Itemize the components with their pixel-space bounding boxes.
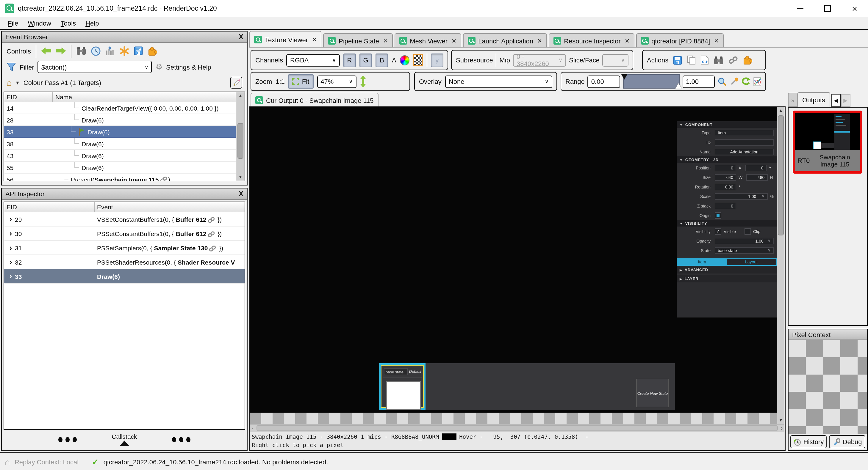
api-row[interactable]: ›29 VSSetConstantBuffers1(0, { Buffer 61…	[4, 212, 245, 227]
gamma-button[interactable]: γ	[431, 53, 443, 67]
link-chain-icon[interactable]	[728, 56, 738, 64]
api-row[interactable]: ›32 PSSetShaderResources(0, { Shader Res…	[4, 255, 245, 269]
zoom-combobox[interactable]: 47%∨	[317, 75, 356, 88]
red-channel-button[interactable]: R	[343, 53, 356, 67]
overlay-combobox[interactable]: None∨	[445, 75, 552, 88]
range-black-point-marker[interactable]	[621, 74, 627, 80]
collapsed-inputs-tab[interactable]: »	[788, 93, 798, 107]
green-channel-button[interactable]: G	[360, 53, 372, 67]
menu-tools[interactable]: Tools	[57, 18, 80, 28]
outputs-prev-button[interactable]: ◀	[831, 94, 841, 107]
tab-cur-output[interactable]: Cur Output 0 - Swapchain Image 115	[251, 93, 378, 107]
export-save-icon[interactable]	[134, 46, 143, 55]
range-min-input[interactable]: 0.00	[588, 75, 620, 88]
api-row[interactable]: ›31 PSSetSamplers(0, { Sampler State 130…	[4, 241, 245, 255]
viewport-vscrollbar[interactable]: ▲ ▼	[777, 107, 784, 424]
histogram-icon[interactable]	[753, 77, 761, 86]
slice-face-combobox[interactable]: ∨	[602, 54, 628, 66]
save-texture-icon[interactable]	[673, 56, 682, 65]
find-event-icon[interactable]	[76, 46, 86, 55]
filter-combobox[interactable]: $action() ∨	[38, 61, 152, 73]
drag-handle-dots[interactable]	[172, 437, 190, 442]
flip-vertical-icon[interactable]	[360, 75, 366, 88]
tab-close-icon[interactable]: ×	[714, 36, 719, 45]
zoom-range-magnifier-icon[interactable]	[718, 77, 726, 86]
breadcrumb-dropdown-icon[interactable]: ▼	[15, 80, 20, 85]
tab-close-icon[interactable]: ×	[537, 36, 542, 45]
reset-range-icon[interactable]	[741, 77, 750, 86]
debug-button[interactable]: Debug	[829, 435, 865, 448]
tab-close-icon[interactable]: ×	[625, 36, 629, 45]
bookmark-icon[interactable]	[120, 46, 129, 56]
custom-shader-puzzle-icon[interactable]	[743, 55, 752, 65]
scroll-right-icon[interactable]: ›	[779, 425, 784, 431]
fit-button[interactable]: Fit	[288, 74, 313, 89]
timing-icon[interactable]	[91, 46, 100, 56]
callstack-toggle[interactable]: Callstack	[112, 433, 137, 446]
scroll-down-icon[interactable]: ▼	[238, 174, 243, 181]
zoom-one-to-one-button[interactable]: 1:1	[276, 78, 285, 85]
home-icon[interactable]: ⌂	[6, 78, 11, 88]
replay-context-label[interactable]: Replay Context: Local	[14, 458, 79, 465]
event-table-scrollbar[interactable]: ▲ ▼	[236, 92, 245, 181]
checkerboard-background-button[interactable]	[413, 54, 423, 66]
breadcrumb[interactable]: Colour Pass #1 (1 Targets)	[24, 79, 101, 86]
alpha-channel-button[interactable]: A	[392, 57, 396, 64]
event-row[interactable]: 56 Present( Swapchain Image 115 )	[4, 174, 245, 181]
range-max-input[interactable]: 1.00	[682, 75, 715, 88]
tab-close-icon[interactable]: ×	[383, 36, 388, 45]
channels-combobox[interactable]: RGBA∨	[286, 54, 340, 66]
tab-qtcreator-pid[interactable]: qtcreator [PID 8884]×	[636, 33, 723, 47]
tab-texture-viewer[interactable]: Texture Viewer×	[249, 31, 321, 47]
tab-pipeline-state[interactable]: Pipeline State×	[323, 33, 393, 47]
column-event[interactable]: Event	[95, 202, 245, 212]
step-back-icon[interactable]	[41, 47, 51, 55]
blue-channel-button[interactable]: B	[375, 53, 388, 67]
edit-marker-button[interactable]	[230, 77, 242, 89]
texture-viewport[interactable]: ▼COMPONENT TypeItem ID NameAdd Annotatio…	[250, 107, 777, 413]
expand-chevron-icon[interactable]: ›	[6, 215, 15, 223]
expand-chevron-icon[interactable]: ›	[6, 230, 15, 237]
outputs-tab[interactable]: Outputs	[798, 92, 830, 107]
event-row[interactable]: 38 Draw(6)	[4, 138, 245, 150]
event-row-selected[interactable]: 33 Draw(6)	[4, 126, 245, 138]
mip-combobox[interactable]: 0 - 3840x2260∨	[513, 54, 566, 66]
menu-file[interactable]: File	[4, 18, 23, 28]
history-button[interactable]: History	[790, 435, 827, 448]
tab-launch-application[interactable]: Launch Application×	[463, 33, 547, 47]
gear-icon[interactable]: ⚙	[156, 62, 162, 71]
menu-help[interactable]: Help	[81, 18, 103, 28]
tab-close-icon[interactable]: ×	[312, 35, 317, 44]
event-row[interactable]: 43 Draw(6)	[4, 150, 245, 162]
scroll-down-icon[interactable]: ▼	[779, 417, 783, 424]
api-row-selected[interactable]: ›33 Draw(6)	[4, 269, 245, 283]
event-row[interactable]: 14 ClearRenderTargetView({ 0.00, 0.00, 0…	[4, 102, 245, 114]
event-browser-close-icon[interactable]: X	[239, 33, 243, 41]
extensions-puzzle-icon[interactable]	[148, 46, 157, 56]
api-row[interactable]: ›30 PSSetConstantBuffers1(0, { Buffer 61…	[4, 227, 245, 241]
scroll-left-icon[interactable]: ‹	[250, 425, 255, 431]
scroll-up-icon[interactable]: ▲	[238, 92, 243, 99]
event-row[interactable]: 55 Draw(6)	[4, 162, 245, 174]
close-button[interactable]: ×	[841, 0, 868, 16]
column-eid[interactable]: EID	[4, 92, 53, 102]
tab-resource-inspector[interactable]: Resource Inspector×	[549, 33, 634, 47]
maximize-button[interactable]	[813, 0, 841, 16]
range-slider[interactable]	[623, 74, 679, 89]
scroll-up-icon[interactable]: ▲	[779, 107, 783, 114]
statistics-icon[interactable]	[105, 46, 115, 56]
minimize-button[interactable]	[786, 0, 813, 16]
column-eid[interactable]: EID	[4, 202, 95, 212]
autofit-wand-icon[interactable]	[729, 77, 738, 86]
expand-chevron-icon[interactable]: ›	[6, 272, 15, 280]
expand-chevron-icon[interactable]: ›	[6, 244, 15, 251]
open-code-icon[interactable]	[701, 55, 709, 65]
event-row[interactable]: 28 Draw(6)	[4, 114, 245, 126]
pixel-context-view[interactable]	[788, 340, 867, 434]
api-inspector-close-icon[interactable]: X	[239, 190, 243, 198]
goto-binoculars-icon[interactable]	[714, 56, 724, 65]
copy-icon[interactable]	[687, 55, 696, 65]
tab-mesh-viewer[interactable]: Mesh Viewer×	[394, 33, 461, 47]
settings-help-label[interactable]: Settings & Help	[166, 63, 211, 70]
outputs-next-button[interactable]: ▶	[841, 94, 850, 107]
